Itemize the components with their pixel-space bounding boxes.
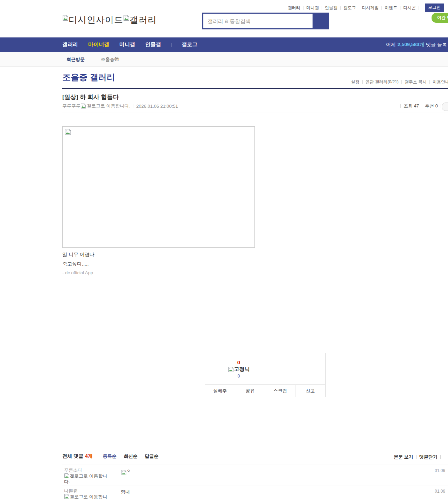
broken-image-icon	[80, 103, 86, 109]
fixed-nick-count: 0	[238, 374, 240, 379]
search-box	[202, 13, 329, 29]
yesterday-comment-stats: 어제 2,509,583개 댓글 등록	[386, 37, 447, 52]
logo-text-dcinside: 디시인사이드	[69, 14, 123, 26]
site-logo[interactable]: 디시인사이드 갤러리	[62, 14, 157, 26]
divider	[303, 6, 303, 10]
broken-image-icon	[121, 470, 127, 476]
nav-item-minorgal-active[interactable]: 마이너갤	[88, 41, 109, 48]
content-top-border	[62, 88, 448, 89]
post-image-placeholder	[62, 126, 255, 248]
night-mode-button[interactable]: 야간 모드	[432, 13, 448, 23]
comment-date: 01.06	[435, 468, 445, 473]
sort-newest-tab[interactable]: 최신순	[124, 453, 138, 459]
nav-item-gallog[interactable]: 갤로그	[182, 41, 197, 48]
vote-footer: 실베추 공유 스크랩 신고	[205, 385, 325, 397]
sort-registered-tab[interactable]: 등록순	[103, 453, 117, 459]
author-gallog-link[interactable]: 갤로그로 이동합니다.	[80, 103, 130, 109]
gallog-alt-text: 갤로그로 이동합니다.	[87, 103, 130, 109]
topbar-link-gallery[interactable]: 갤러리	[288, 5, 300, 11]
broken-image-icon	[64, 128, 71, 135]
gallery-settings-link[interactable]: 설정	[351, 79, 359, 85]
divider	[362, 80, 363, 84]
comments-top-border	[62, 465, 448, 465]
nav-item-gallery[interactable]: 갤러리	[62, 41, 78, 48]
post-meta-underline	[62, 113, 448, 113]
comment-content: ㅇ	[121, 468, 131, 476]
topbar-link-gallog[interactable]: 갤로그	[343, 5, 356, 11]
comment-author[interactable]: 나쁜련	[64, 488, 111, 494]
recommend-count: 추천 0	[425, 103, 438, 109]
comment-quick-button[interactable]	[442, 103, 448, 111]
broken-image-icon	[123, 15, 130, 21]
comment-gallog-link[interactable]: 갤로그로 이동합니다.	[64, 473, 111, 485]
topbar-link-persongal[interactable]: 인물갤	[325, 5, 337, 11]
topbar-link-minigal[interactable]: 미니갤	[306, 5, 319, 11]
nav-item-persongal[interactable]: 인물갤	[145, 41, 161, 48]
divider	[400, 6, 400, 10]
sort-reply-tab[interactable]: 답글순	[145, 453, 159, 459]
login-button[interactable]: 로그인	[425, 3, 444, 12]
broken-image-icon	[228, 366, 234, 372]
comment-author-block: 푸른소다 갤로그로 이동합니다.	[64, 467, 111, 485]
copy-gallery-url-link[interactable]: 갤주소 복사	[405, 79, 427, 85]
divider	[171, 43, 172, 47]
comment-content: 힘내	[121, 489, 130, 495]
post-author[interactable]: 푸루푸루	[62, 103, 80, 109]
comment-date: 01.06	[435, 489, 445, 494]
comment-gallog-link[interactable]: 갤로그로 이동합니다.	[64, 494, 111, 500]
report-button[interactable]: 신고	[295, 385, 325, 397]
nav-item-minigal[interactable]: 미니갤	[119, 41, 135, 48]
post-body-text: 일 너무 어렵다 죽고싶다.....	[62, 250, 94, 269]
scrap-button[interactable]: 스크랩	[265, 385, 295, 397]
gallog-alt-text: 갤로그로 이동합니다.	[64, 494, 107, 500]
divider	[359, 6, 359, 10]
fixed-nick-label: 고정닉	[234, 366, 250, 373]
main-navigation-bar: 갤러리 마이너갤 미니갤 인물갤 갤로그 어제 2,509,583개 댓글 등록	[0, 37, 448, 52]
comments-header: 전체 댓글 4개 등록순 최신순 답글순	[62, 453, 159, 459]
close-comments-button[interactable]: 댓글닫기	[419, 454, 438, 460]
search-button[interactable]	[313, 14, 328, 28]
topbar-link-dccon[interactable]: 디시콘	[403, 5, 416, 11]
view-count: 조회 47	[404, 103, 419, 109]
gallog-alt-text: 갤로그로 이동합니다.	[64, 473, 107, 484]
post-date: 2026.01.06 21:00:51	[136, 104, 178, 109]
topbar-link-dcgame[interactable]: 디시게임	[362, 5, 379, 11]
recent-visit-label[interactable]: 최근방문	[66, 56, 85, 63]
usage-guide-link[interactable]: 이용안내	[433, 79, 448, 85]
divider	[441, 104, 441, 108]
related-gallery-link[interactable]: 연관 갤러리(0/21)	[365, 79, 399, 85]
stats-suffix: 댓글 등록	[426, 42, 447, 48]
stats-count: 2,509,583개	[398, 42, 424, 48]
dcinside-post-page: 갤러리 미니갤 인물갤 갤로그 디시게임 이벤트 디시콘 로그인 야간 모드 디…	[0, 0, 448, 500]
post-meta-right: 조회 47 추천 0	[398, 103, 444, 109]
recent-visit-bar: 최근방문 조울증ⓜ	[0, 52, 448, 66]
gallery-header-links: 설정 연관 갤러리(0/21) 갤주소 복사 이용안내	[351, 79, 448, 85]
vote-cluster: 0 고정닉 0	[205, 353, 272, 385]
vote-box: 0 고정닉 0 실베추 공유 스크랩 신고	[205, 353, 326, 397]
comment-image-alt: ㅇ	[127, 469, 131, 473]
post-title: [일상] 하 회사 힘들다	[62, 93, 119, 101]
topbar-link-event[interactable]: 이벤트	[385, 5, 397, 11]
comment-author[interactable]: 푸른소다	[64, 467, 111, 473]
visited-gallery-tab[interactable]: 조울증ⓜ	[101, 56, 119, 63]
search-input[interactable]	[203, 14, 313, 28]
divider	[429, 80, 430, 84]
divider	[416, 455, 416, 459]
logo-text-gallery: 갤러리	[130, 14, 157, 26]
silbechu-button[interactable]: 실베추	[205, 385, 235, 397]
divider	[400, 104, 401, 108]
divider	[401, 80, 402, 84]
dc-app-signature: - dc official App	[62, 270, 93, 275]
comments-total-count: 4개	[85, 453, 93, 459]
stats-prefix: 어제	[386, 42, 396, 48]
gallery-title[interactable]: 조울증 갤러리	[62, 72, 115, 83]
top-utility-bar: 갤러리 미니갤 인물갤 갤로그 디시게임 이벤트 디시콘 로그인	[288, 3, 444, 12]
broken-image-icon	[64, 494, 70, 499]
fixed-nick-toggle[interactable]: 고정닉	[228, 366, 250, 373]
post-body-line: 일 너무 어렵다	[62, 250, 94, 259]
view-post-button[interactable]: 본문 보기	[394, 454, 413, 460]
comment-row: 나쁜련 갤로그로 이동합니다. 힘내 01.06	[62, 486, 448, 500]
divider	[440, 455, 441, 459]
comment-author-block: 나쁜련 갤로그로 이동합니다.	[64, 488, 111, 500]
share-button[interactable]: 공유	[235, 385, 265, 397]
